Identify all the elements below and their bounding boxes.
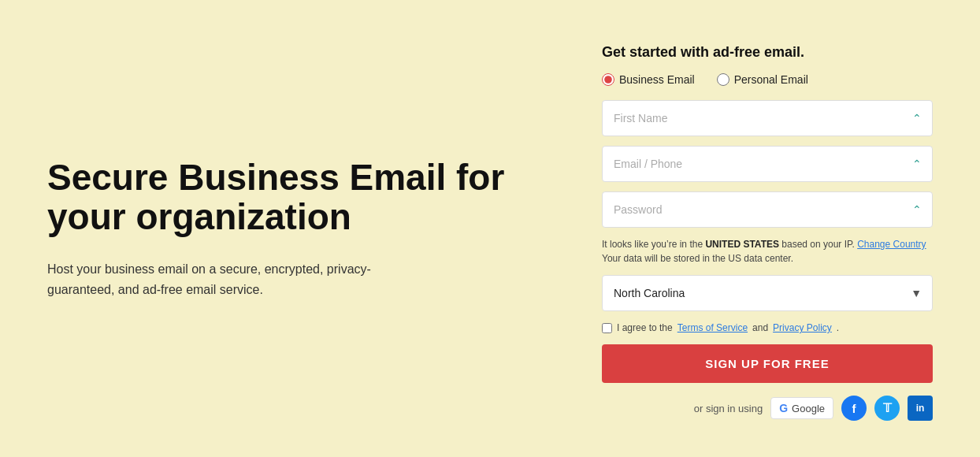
form-title: Get started with ad-free email.: [602, 44, 933, 61]
state-select[interactable]: North Carolina California New York Texas…: [602, 275, 933, 311]
state-selector-group: North Carolina California New York Texas…: [602, 275, 933, 311]
change-country-link[interactable]: Change Country: [857, 239, 926, 250]
google-g-icon: G: [779, 402, 788, 414]
terms-checkbox[interactable]: [602, 323, 612, 333]
email-type-selector: Business Email Personal Email: [602, 73, 933, 86]
signup-button[interactable]: SIGN UP FOR FREE: [602, 344, 933, 383]
terms-middle: and: [752, 322, 768, 333]
password-input[interactable]: [602, 191, 933, 228]
ip-notice-line2: Your data will be stored in the US data …: [602, 253, 793, 264]
personal-email-label: Personal Email: [734, 73, 808, 86]
ip-notice-country: UNITED STATES: [705, 239, 779, 250]
personal-email-radio[interactable]: [717, 73, 729, 86]
password-icon: ⌃: [912, 203, 922, 216]
linkedin-icon: in: [916, 403, 925, 414]
ip-notice-line1-suffix: based on your IP.: [779, 239, 855, 250]
business-email-label: Business Email: [619, 73, 695, 86]
terms-prefix: I agree to the: [617, 322, 673, 333]
google-label: Google: [792, 403, 825, 414]
email-phone-input[interactable]: [602, 146, 933, 182]
ip-notice-line1-prefix: It looks like you’re in the: [602, 239, 705, 250]
ip-notice: It looks like you’re in the UNITED STATE…: [602, 237, 933, 266]
left-panel: Secure Business Email for your organizat…: [47, 32, 555, 425]
terms-row: I agree to the Terms of Service and Priv…: [602, 322, 933, 333]
personal-email-option[interactable]: Personal Email: [717, 73, 808, 86]
google-signin-button[interactable]: G Google: [770, 397, 833, 419]
privacy-policy-link[interactable]: Privacy Policy: [773, 322, 832, 333]
subtext: Host your business email on a secure, en…: [47, 259, 425, 299]
business-email-option[interactable]: Business Email: [602, 73, 695, 86]
facebook-icon: f: [852, 402, 856, 415]
email-phone-group: ⌃: [602, 146, 933, 182]
twitter-signin-button[interactable]: 𝕋: [874, 396, 900, 421]
terms-of-service-link[interactable]: Terms of Service: [677, 322, 748, 333]
firstname-input[interactable]: [602, 100, 933, 136]
right-panel: Get started with ad-free email. Business…: [602, 32, 933, 425]
business-email-radio[interactable]: [602, 73, 614, 86]
email-phone-icon: ⌃: [912, 158, 922, 170]
social-signin-row: or sign in using G Google f 𝕋 in: [602, 396, 933, 421]
facebook-signin-button[interactable]: f: [841, 396, 867, 421]
terms-suffix: .: [837, 322, 839, 333]
linkedin-signin-button[interactable]: in: [908, 396, 933, 421]
firstname-group: ⌃: [602, 100, 933, 136]
twitter-icon: 𝕋: [883, 401, 892, 415]
social-prefix: or sign in using: [694, 403, 763, 414]
main-heading: Secure Business Email for your organizat…: [47, 158, 523, 237]
firstname-icon: ⌃: [912, 112, 922, 124]
password-group: ⌃: [602, 191, 933, 228]
